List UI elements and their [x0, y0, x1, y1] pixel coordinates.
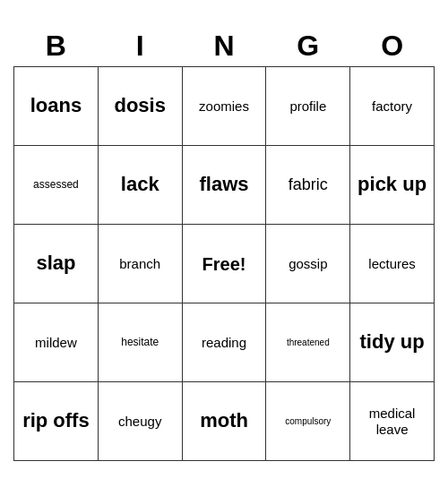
bingo-cell-text: assessed	[18, 150, 94, 220]
bingo-cell: gossip	[266, 225, 350, 303]
bingo-header-letter: O	[350, 26, 435, 67]
bingo-cell: flaws	[182, 146, 266, 225]
bingo-cell: reading	[182, 303, 266, 382]
bingo-row: assessedlackflawsfabricpick up	[14, 146, 435, 225]
bingo-cell-text: medical leave	[354, 386, 430, 457]
bingo-row: rip offscheugymothcompulsorymedical leav…	[14, 382, 435, 461]
bingo-cell-text: loans	[18, 71, 94, 141]
bingo-row: mildewhesitatereadingthreatenedtidy up	[14, 303, 435, 382]
bingo-cell: lectures	[350, 225, 435, 303]
bingo-cell-text: reading	[186, 307, 263, 378]
bingo-cell: hesitate	[98, 303, 182, 382]
bingo-cell: moth	[182, 382, 266, 461]
bingo-cell: mildew	[14, 303, 99, 382]
bingo-cell-text: factory	[354, 71, 430, 141]
bingo-header-letter: B	[14, 26, 99, 67]
bingo-cell: threatened	[266, 303, 350, 382]
bingo-cell-text: cheugy	[102, 386, 178, 457]
bingo-card: BINGO loansdosiszoomiesprofilefactoryass…	[13, 26, 435, 461]
bingo-cell: fabric	[266, 146, 350, 225]
bingo-cell-text: hesitate	[102, 307, 178, 378]
bingo-cell: compulsory	[266, 382, 350, 461]
bingo-cell: loans	[14, 67, 99, 146]
bingo-cell-text: pick up	[354, 150, 430, 220]
bingo-cell-text: threatened	[270, 307, 346, 378]
bingo-cell-text: lack	[102, 150, 178, 220]
bingo-cell-text: tidy up	[354, 307, 430, 378]
bingo-cell-text: dosis	[102, 71, 178, 141]
bingo-row: loansdosiszoomiesprofilefactory	[14, 67, 435, 146]
bingo-cell-text: gossip	[270, 228, 346, 299]
bingo-cell-text: rip offs	[18, 386, 94, 457]
bingo-cell: cheugy	[98, 382, 182, 461]
bingo-cell-text: slap	[18, 228, 94, 299]
bingo-cell-text: compulsory	[270, 386, 346, 457]
bingo-cell: branch	[98, 225, 182, 303]
bingo-header-letter: I	[98, 26, 182, 67]
bingo-cell: factory	[350, 67, 435, 146]
bingo-cell: profile	[266, 67, 350, 146]
bingo-cell-text: mildew	[18, 307, 94, 378]
bingo-cell: medical leave	[350, 382, 435, 461]
bingo-cell-text: zoomies	[186, 71, 263, 141]
bingo-cell-text: fabric	[270, 150, 346, 220]
bingo-cell-text: branch	[102, 228, 178, 299]
bingo-row: slapbranchFree!gossiplectures	[14, 225, 435, 303]
bingo-cell-text: Free!	[186, 228, 263, 299]
bingo-header: BINGO	[14, 26, 435, 67]
bingo-cell: zoomies	[182, 67, 266, 146]
bingo-cell: lack	[98, 146, 182, 225]
bingo-cell-text: profile	[270, 71, 346, 141]
bingo-cell-text: lectures	[354, 228, 430, 299]
bingo-cell: dosis	[98, 67, 182, 146]
bingo-cell: Free!	[182, 225, 266, 303]
bingo-cell-text: flaws	[186, 150, 263, 220]
bingo-header-letter: G	[266, 26, 350, 67]
bingo-cell: assessed	[14, 146, 99, 225]
bingo-header-letter: N	[182, 26, 266, 67]
bingo-cell-text: moth	[186, 386, 263, 457]
bingo-cell: tidy up	[350, 303, 435, 382]
bingo-cell: pick up	[350, 146, 435, 225]
bingo-cell: slap	[14, 225, 99, 303]
bingo-cell: rip offs	[14, 382, 99, 461]
